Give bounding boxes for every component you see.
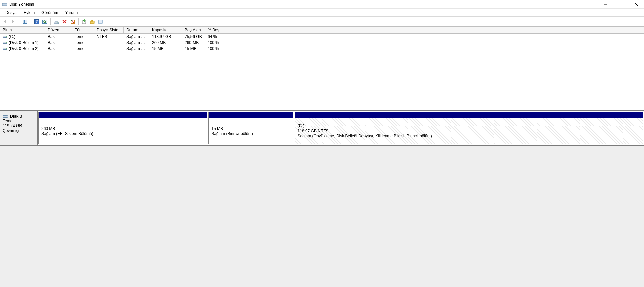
drive-icon <box>3 41 7 44</box>
svg-point-19 <box>6 42 7 43</box>
volume-capacity: 15 MB <box>149 46 182 51</box>
col-bosalan[interactable]: Boş Alan <box>182 27 205 33</box>
svg-point-2 <box>6 5 6 5</box>
back-button[interactable] <box>1 18 9 25</box>
list-view-button[interactable] <box>97 18 104 25</box>
disk-map-area: Disk 0 Temel 119,24 GB Çevrimiçi 260 MB … <box>0 111 644 287</box>
col-birim[interactable]: Birim <box>0 27 45 33</box>
toolbar-separator <box>19 18 19 25</box>
volume-free: 75,56 GB <box>182 34 205 39</box>
svg-rect-1 <box>3 4 6 4</box>
toolbar-separator <box>78 18 79 25</box>
volume-fs: NTFS <box>94 34 124 39</box>
volume-name: (C:) <box>9 34 15 39</box>
title-bar: Disk Yönetimi <box>0 0 644 9</box>
volume-status: Sağlam (E… <box>124 40 149 45</box>
partition-status: Sağlam (EFI Sistem Bölümü) <box>41 131 204 136</box>
refresh-button[interactable] <box>41 18 48 25</box>
volume-type: Temel <box>72 46 94 51</box>
disk-row: Disk 0 Temel 119,24 GB Çevrimiçi 260 MB … <box>0 111 644 146</box>
volume-name: (Disk 0 Bölüm 2) <box>9 46 39 51</box>
partition[interactable]: 260 MB Sağlam (EFI Sistem Bölümü) <box>38 112 207 144</box>
disk-type: Temel <box>3 119 34 123</box>
disk-status: Çevrimiçi <box>3 128 34 133</box>
volume-layout: Basit <box>45 34 72 39</box>
volume-free: 260 MB <box>182 40 205 45</box>
col-dosya[interactable]: Dosya Siste… <box>94 27 124 33</box>
svg-rect-15 <box>98 20 102 23</box>
partition[interactable]: 15 MB Sağlam (Birincil bölüm) <box>208 112 293 144</box>
forward-button[interactable] <box>9 18 17 25</box>
toolbar: ? <box>0 17 644 26</box>
col-rest <box>230 27 644 33</box>
svg-point-17 <box>6 36 7 37</box>
menu-view[interactable]: Görünüm <box>38 9 61 16</box>
toolbar-separator <box>31 18 31 25</box>
volume-capacity: 260 MB <box>149 40 182 45</box>
minimize-button[interactable] <box>598 0 613 9</box>
properties-button[interactable] <box>69 18 76 25</box>
volume-list[interactable]: (C:) Basit Temel NTFS Sağlam (Ö… 118,97 … <box>0 34 644 111</box>
volume-row[interactable]: (C:) Basit Temel NTFS Sağlam (Ö… 118,97 … <box>0 34 644 40</box>
disk-label[interactable]: Disk 0 Temel 119,24 GB Çevrimiçi <box>0 111 38 145</box>
volume-list-header: Birim Düzen Tür Dosya Siste… Durum Kapas… <box>0 26 644 34</box>
mount-button[interactable] <box>89 18 96 25</box>
menu-file[interactable]: Dosya <box>2 9 20 16</box>
disk-size: 119,24 GB <box>3 123 34 128</box>
show-hide-console-tree-button[interactable] <box>21 18 29 25</box>
volume-freepct: 100 % <box>205 46 230 51</box>
delete-button[interactable] <box>61 18 68 25</box>
volume-status: Sağlam (Ö… <box>124 34 149 39</box>
partition-status: Sağlam (Birincil bölüm) <box>211 131 290 136</box>
volume-name: (Disk 0 Bölüm 1) <box>9 40 39 45</box>
menu-bar: Dosya Eylem Görünüm Yardım <box>0 9 644 17</box>
col-kapasite[interactable]: Kapasite <box>149 27 182 33</box>
volume-capacity: 118,97 GB <box>149 34 182 39</box>
partition-size: 260 MB <box>41 126 204 131</box>
volume-status: Sağlam (Bi… <box>124 46 149 51</box>
col-duzen[interactable]: Düzen <box>45 27 72 33</box>
change-drive-letter-button[interactable] <box>81 18 88 25</box>
svg-rect-3 <box>619 3 622 6</box>
volume-freepct: 100 % <box>205 40 230 45</box>
volume-layout: Basit <box>45 46 72 51</box>
svg-rect-5 <box>23 20 25 23</box>
col-durum[interactable]: Durum <box>124 27 149 33</box>
rescan-disks-button[interactable] <box>53 18 60 25</box>
svg-point-21 <box>6 48 7 49</box>
drive-icon <box>3 47 7 50</box>
app-icon <box>2 2 7 7</box>
volume-type: Temel <box>72 34 94 39</box>
partition-size: 118,97 GB NTFS <box>298 129 640 133</box>
volume-free: 15 MB <box>182 46 205 51</box>
svg-point-10 <box>57 22 58 23</box>
maximize-button[interactable] <box>613 0 629 9</box>
partition-status: Sağlam (Önyükleme, Disk Belleği Dosyası,… <box>298 134 640 138</box>
volume-layout: Basit <box>45 40 72 45</box>
svg-rect-14 <box>91 20 93 21</box>
help-button[interactable]: ? <box>33 18 40 25</box>
partition-label: (C:) <box>298 123 640 128</box>
partition-stripe <box>39 112 207 118</box>
disk-partitions: 260 MB Sağlam (EFI Sistem Bölümü) 15 MB … <box>38 111 644 145</box>
partition[interactable]: (C:) 118,97 GB NTFS Sağlam (Önyükleme, D… <box>295 112 643 144</box>
volume-freepct: 64 % <box>205 34 230 39</box>
menu-action[interactable]: Eylem <box>20 9 38 16</box>
volume-row[interactable]: (Disk 0 Bölüm 2) Basit Temel Sağlam (Bi…… <box>0 46 644 52</box>
volume-row[interactable]: (Disk 0 Bölüm 1) Basit Temel Sağlam (E… … <box>0 40 644 46</box>
window-title: Disk Yönetimi <box>9 2 34 7</box>
disk-icon <box>3 114 8 118</box>
drive-icon <box>3 35 7 38</box>
partition-size: 15 MB <box>211 126 290 131</box>
volume-type: Temel <box>72 40 94 45</box>
col-bos[interactable]: % Boş <box>205 27 230 33</box>
svg-point-23 <box>7 116 7 117</box>
disk-name: Disk 0 <box>10 114 22 119</box>
close-button[interactable] <box>629 0 644 9</box>
menu-help[interactable]: Yardım <box>61 9 81 16</box>
svg-rect-0 <box>2 3 7 6</box>
svg-text:?: ? <box>35 19 38 24</box>
col-tur[interactable]: Tür <box>72 27 94 33</box>
partition-stripe <box>209 112 293 118</box>
toolbar-separator <box>50 18 51 25</box>
